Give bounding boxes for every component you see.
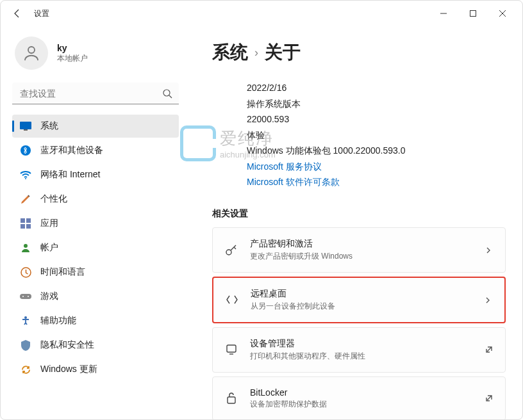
nav-label: 网络和 Internet [40,169,100,181]
nav-item-accounts[interactable]: 帐户 [12,236,179,259]
svg-point-19 [28,296,29,297]
bluetooth-icon [20,145,31,156]
svg-point-5 [163,90,170,96]
shield-icon [20,339,31,351]
os-build-label: 操作系统版本 [247,96,506,112]
nav-item-apps[interactable]: 应用 [12,212,179,235]
nav-label: Windows 更新 [40,364,97,375]
card-sub: 从另一台设备控制此设备 [251,301,472,312]
svg-rect-8 [24,129,28,131]
search-icon [162,88,172,99]
person-icon [20,242,31,254]
svg-rect-7 [20,122,31,129]
svg-point-10 [25,178,26,179]
nav-label: 辅助功能 [40,315,76,327]
svg-rect-17 [20,294,31,299]
nav-label: 帐户 [40,242,58,254]
sidebar: ky 本地帐户 系统 蓝牙和其他设备 网络和 Internet [1,26,193,419]
nav-label: 时间和语言 [40,266,85,278]
card-sub: 更改产品密钥或升级 Windows [250,251,473,262]
card-bitlocker[interactable]: BitLocker 设备加密帮助保护数据 [212,376,506,420]
card-title: 远程桌面 [251,288,472,300]
card-product-key[interactable]: 产品密钥和激活 更改产品密钥或升级 Windows [212,227,506,273]
window-controls [429,4,517,23]
about-info: 2022/2/16 操作系统版本 22000.593 体验 Windows 功能… [212,80,506,190]
profile-sub: 本地帐户 [57,53,88,64]
card-title: BitLocker [250,387,473,398]
nav-item-windows-update[interactable]: Windows 更新 [12,358,179,381]
nav-item-personalization[interactable]: 个性化 [12,188,179,211]
svg-rect-13 [21,224,25,229]
breadcrumb-current: 关于 [265,40,301,65]
chevron-right-icon: › [254,46,258,60]
nav-item-time-language[interactable]: 时间和语言 [12,261,179,284]
card-sub: 设备加密帮助保护数据 [250,399,473,410]
experience-label: 体验 [247,127,506,143]
minimize-button[interactable] [429,4,458,23]
back-button[interactable] [6,2,29,25]
related-cards: 产品密钥和激活 更改产品密钥或升级 Windows 远程桌面 从另一台设备控制此… [212,227,506,420]
ms-license-link[interactable]: Microsoft 软件许可条款 [247,177,340,187]
chevron-right-icon [484,295,493,304]
breadcrumb-parent[interactable]: 系统 [212,40,248,65]
svg-point-9 [21,145,31,156]
external-link-icon [485,394,494,403]
nav-label: 系统 [40,120,58,132]
search-input[interactable] [12,83,179,104]
breadcrumb: 系统 › 关于 [212,40,506,65]
nav-item-accessibility[interactable]: 辅助功能 [12,309,179,332]
accessibility-icon [20,315,31,327]
svg-rect-22 [227,345,236,352]
experience-value: Windows 功能体验包 1000.22000.593.0 [247,143,506,159]
main-panel: 系统 › 关于 2022/2/16 操作系统版本 22000.593 体验 Wi… [193,26,522,419]
nav-label: 个性化 [40,193,67,205]
svg-point-4 [28,47,35,53]
nav: 系统 蓝牙和其他设备 网络和 Internet 个性化 应用 帐户 [12,115,193,381]
svg-line-6 [169,95,172,98]
close-button[interactable] [488,4,517,23]
svg-point-18 [22,296,24,297]
nav-item-network[interactable]: 网络和 Internet [12,163,179,186]
svg-rect-1 [470,11,476,17]
svg-point-21 [226,250,231,255]
nav-item-bluetooth[interactable]: 蓝牙和其他设备 [12,139,179,162]
apps-icon [20,218,31,229]
nav-item-privacy[interactable]: 隐私和安全性 [12,334,179,357]
brush-icon [20,193,31,205]
nav-label: 隐私和安全性 [40,339,94,351]
search-box[interactable] [12,83,179,104]
remote-desktop-icon [225,293,239,307]
nav-label: 游戏 [40,291,58,302]
key-icon [224,243,238,257]
profile[interactable]: ky 本地帐户 [12,31,193,83]
ms-services-link[interactable]: Microsoft 服务协议 [247,161,322,172]
svg-rect-23 [228,397,235,403]
os-build-value: 22000.593 [247,111,506,127]
profile-name: ky [57,43,88,53]
card-title: 设备管理器 [250,338,473,350]
related-settings-title: 相关设置 [212,208,506,220]
avatar [15,36,48,70]
svg-point-20 [24,316,27,319]
svg-rect-12 [26,218,31,223]
lock-icon [224,391,238,405]
nav-label: 应用 [40,218,58,229]
display-icon [20,120,31,132]
install-date: 2022/2/16 [247,80,506,96]
window-title: 设置 [34,8,49,19]
external-link-icon [485,345,494,354]
gamepad-icon [20,291,31,302]
maximize-button[interactable] [458,4,488,23]
update-icon [20,364,31,375]
svg-rect-14 [26,224,31,229]
nav-item-system[interactable]: 系统 [12,115,179,138]
nav-label: 蓝牙和其他设备 [40,145,103,156]
svg-rect-11 [21,218,25,223]
svg-point-15 [24,244,28,248]
card-remote-desktop[interactable]: 远程桌面 从另一台设备控制此设备 [212,277,506,323]
nav-item-gaming[interactable]: 游戏 [12,285,179,308]
card-device-manager[interactable]: 设备管理器 打印机和其他驱动程序、硬件属性 [212,327,506,373]
clock-globe-icon [20,266,31,278]
chevron-right-icon [485,245,494,254]
device-manager-icon [224,343,238,357]
